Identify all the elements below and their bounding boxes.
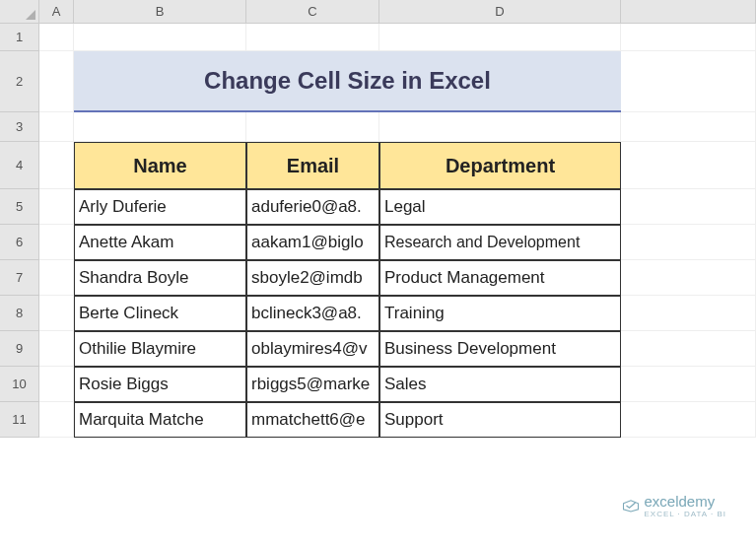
table-cell-name[interactable]: Arly Duferie — [74, 189, 246, 225]
table-header-dept[interactable]: Department — [379, 142, 621, 189]
table-cell-email[interactable]: mmatchett6@e — [246, 402, 379, 438]
table-cell-dept[interactable]: Research and Development — [379, 225, 621, 260]
cell[interactable] — [621, 24, 756, 51]
row-header-8[interactable]: 8 — [0, 296, 39, 331]
spreadsheet-grid: A B C D 1 2 Change Cell Size in Excel 3 … — [0, 0, 756, 438]
row-header-4[interactable]: 4 — [0, 142, 39, 189]
table-cell-name[interactable]: Berte Clineck — [74, 296, 246, 331]
cell[interactable] — [39, 189, 74, 225]
col-header-blank[interactable] — [621, 0, 756, 24]
row-header-2[interactable]: 2 — [0, 51, 39, 112]
cell[interactable] — [246, 112, 379, 142]
table-cell-dept[interactable]: Support — [379, 402, 621, 438]
cell[interactable] — [621, 260, 756, 296]
row-header-9[interactable]: 9 — [0, 331, 39, 367]
table-cell-name[interactable]: Anette Akam — [74, 225, 246, 260]
row-header-10[interactable]: 10 — [0, 367, 39, 402]
cell[interactable] — [621, 142, 756, 189]
table-header-name[interactable]: Name — [74, 142, 246, 189]
row-header-6[interactable]: 6 — [0, 225, 39, 260]
table-cell-dept[interactable]: Legal — [379, 189, 621, 225]
col-header-A[interactable]: A — [39, 0, 74, 24]
cell[interactable] — [379, 24, 621, 51]
table-cell-dept[interactable]: Training — [379, 296, 621, 331]
cell[interactable] — [39, 402, 74, 438]
cell[interactable] — [39, 112, 74, 142]
cell[interactable] — [39, 24, 74, 51]
table-cell-dept[interactable]: Sales — [379, 367, 621, 402]
table-cell-name[interactable]: Rosie Biggs — [74, 367, 246, 402]
watermark-icon — [622, 499, 640, 513]
table-cell-name[interactable]: Marquita Matche — [74, 402, 246, 438]
row-header-7[interactable]: 7 — [0, 260, 39, 296]
table-cell-email[interactable]: sboyle2@imdb — [246, 260, 379, 296]
cell[interactable] — [39, 225, 74, 260]
cell[interactable] — [39, 367, 74, 402]
watermark: exceldemy EXCEL · DATA · BI — [622, 493, 726, 518]
cell[interactable] — [621, 331, 756, 367]
table-cell-name[interactable]: Othilie Blaymire — [74, 331, 246, 367]
cell[interactable] — [621, 112, 756, 142]
page-title[interactable]: Change Cell Size in Excel — [74, 51, 621, 112]
cell[interactable] — [39, 331, 74, 367]
cell[interactable] — [621, 367, 756, 402]
table-cell-email[interactable]: aduferie0@a8. — [246, 189, 379, 225]
cell[interactable] — [74, 112, 246, 142]
table-cell-email[interactable]: bclineck3@a8. — [246, 296, 379, 331]
cell[interactable] — [621, 189, 756, 225]
cell[interactable] — [39, 142, 74, 189]
cell[interactable] — [621, 402, 756, 438]
col-header-D[interactable]: D — [379, 0, 621, 24]
cell[interactable] — [379, 112, 621, 142]
table-header-email[interactable]: Email — [246, 142, 379, 189]
row-header-11[interactable]: 11 — [0, 402, 39, 438]
cell[interactable] — [246, 24, 379, 51]
row-header-1[interactable]: 1 — [0, 24, 39, 51]
table-cell-email[interactable]: aakam1@biglo — [246, 225, 379, 260]
cell[interactable] — [39, 296, 74, 331]
cell[interactable] — [74, 24, 246, 51]
cell[interactable] — [39, 260, 74, 296]
table-cell-email[interactable]: oblaymires4@v — [246, 331, 379, 367]
cell[interactable] — [621, 51, 756, 112]
cell[interactable] — [621, 296, 756, 331]
table-cell-name[interactable]: Shandra Boyle — [74, 260, 246, 296]
watermark-tag: EXCEL · DATA · BI — [644, 510, 726, 518]
select-all-corner[interactable] — [0, 0, 39, 24]
cell[interactable] — [39, 51, 74, 112]
col-header-B[interactable]: B — [74, 0, 246, 24]
col-header-C[interactable]: C — [246, 0, 379, 24]
table-cell-dept[interactable]: Product Management — [379, 260, 621, 296]
table-cell-dept[interactable]: Business Development — [379, 331, 621, 367]
row-header-5[interactable]: 5 — [0, 189, 39, 225]
cell[interactable] — [621, 225, 756, 260]
row-header-3[interactable]: 3 — [0, 112, 39, 142]
watermark-brand: exceldemy — [644, 493, 715, 510]
table-cell-email[interactable]: rbiggs5@marke — [246, 367, 379, 402]
